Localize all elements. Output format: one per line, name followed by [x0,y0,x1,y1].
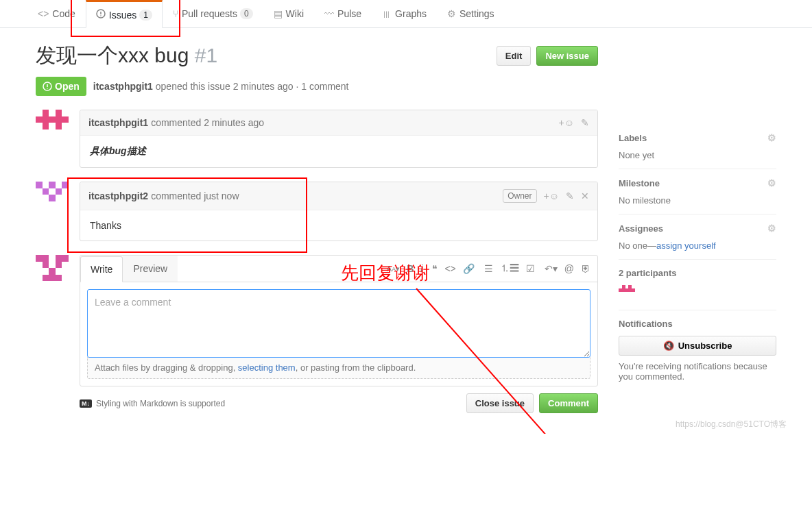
comment-button[interactable]: Comment [539,393,598,413]
nav-issues-label: Issues [109,10,136,21]
nav-settings[interactable]: ⚙ Settings [437,0,505,27]
write-tab[interactable]: Write [80,256,123,282]
link-icon[interactable]: 🔗 [463,263,475,274]
svg-point-2 [100,15,102,16]
issue-icon [96,9,106,21]
comment-header-2: itcastphpgit2 commented just now Owner +… [80,182,597,210]
comment-actions-2: Owner +☺ ✎ ✕ [503,189,589,203]
toolbar: AA▾ B i ❝ <> 🔗 ☰ ⒈☰ [387,262,590,275]
heading-icon[interactable]: AA▾ [387,264,400,273]
quote-icon[interactable]: ❝ [432,263,438,274]
code-icon[interactable]: <> [444,263,455,274]
comment-author-1[interactable]: itcastphpgit1 [88,117,148,128]
sidebar-labels: Labels ⚙ None yet [619,124,776,169]
avatar-self[interactable] [36,255,69,288]
unsubscribe-button[interactable]: 🔇 Unsubscribe [619,336,776,356]
nav-pulls[interactable]: ⑂ Pull requests 0 [163,0,263,27]
attach-bar[interactable]: Attach files by dragging & dropping, sel… [87,357,590,379]
comment-time-2: commented just now [151,190,239,201]
code-icon: <> [38,8,49,19]
issue-meta: Open itcastphpgit1 opened this issue 2 m… [36,77,598,96]
nav-graphs[interactable]: ⫼ Graphs [372,0,437,27]
issues-count: 1 [139,10,152,21]
meta-text: itcastphpgit1 opened this issue 2 minute… [93,81,349,92]
reaction-icon[interactable]: +☺ [559,117,574,128]
pulls-count: 0 [240,8,253,19]
new-issue-button[interactable]: New issue [536,46,598,66]
gear-icon[interactable]: ⚙ [767,132,776,143]
comment-text-1: 具体bug描述 [90,145,146,156]
new-comment: Write Preview AA▾ B i ❝ <> 🔗 [36,255,598,420]
tabnav: Write Preview AA▾ B i ❝ <> 🔗 [80,256,597,282]
labels-none: None yet [619,150,776,160]
book-icon: ▤ [274,8,283,19]
edit-pencil-icon[interactable]: ✎ [566,190,574,201]
bold-icon[interactable]: B [407,263,414,274]
repo-nav: <> Code Issues 1 ⑂ Pull requests 0 ▤ Wik… [0,0,812,28]
notifications-heading: Notifications [619,319,776,329]
nav-issues[interactable]: Issues 1 [86,0,163,28]
task-icon[interactable]: ☑ [526,263,535,274]
bookmark-icon[interactable]: ⛨ [581,263,590,274]
labels-heading[interactable]: Labels ⚙ [619,132,776,143]
nav-wiki[interactable]: ▤ Wiki [263,0,314,27]
attach-suffix: , or pasting from the clipboard. [296,362,416,373]
ol-icon[interactable]: ⒈☰ [500,262,519,275]
issue-open-icon [43,82,52,91]
notifications-reason: You're receiving notifications because y… [619,361,776,382]
comment-text-2: Thanks [90,220,121,231]
comment-textarea[interactable] [87,289,590,358]
assignees-none: No one—assign yourself [619,241,776,251]
watermark: https://blog.csdn@51CTO博客 [676,419,787,430]
reply-icon[interactable]: ↶▾ [545,263,558,274]
close-issue-button[interactable]: Close issue [466,393,534,413]
opener-name[interactable]: itcastphpgit1 [93,81,153,92]
state-badge: Open [36,77,86,96]
pulse-icon: 〰 [324,8,334,19]
participants-heading: 2 participants [619,268,776,278]
attach-link[interactable]: selecting them [238,362,296,373]
meta-rest: opened this issue 2 minutes ago · 1 comm… [153,81,349,92]
graph-icon: ⫼ [382,8,392,19]
markdown-icon: M↓ [80,399,92,408]
nav-graphs-label: Graphs [395,8,427,19]
comment-box-1: itcastphpgit1 commented 2 minutes ago +☺… [80,110,598,168]
participant-avatar[interactable] [619,285,635,301]
ul-icon[interactable]: ☰ [484,263,493,274]
edit-button[interactable]: Edit [497,46,532,66]
sidebar-assignees: Assignees ⚙ No one—assign yourself [619,214,776,260]
gear-icon[interactable]: ⚙ [767,223,776,234]
reaction-icon[interactable]: +☺ [544,190,559,201]
close-icon[interactable]: ✕ [581,190,589,201]
preview-tab[interactable]: Preview [123,256,178,282]
nav-settings-label: Settings [459,8,494,19]
comment-body-2: Thanks [80,210,597,241]
nav-pulse[interactable]: 〰 Pulse [314,0,372,27]
comment-box-2: itcastphpgit2 commented just now Owner +… [80,182,598,241]
milestone-heading[interactable]: Milestone ⚙ [619,177,776,188]
nav-pulse-label: Pulse [337,8,361,19]
comment-author-2[interactable]: itcastphpgit2 [88,190,148,201]
assign-yourself-link[interactable]: assign yourself [656,241,716,251]
gear-icon: ⚙ [447,8,456,19]
markdown-note[interactable]: M↓ Styling with Markdown is supported [80,399,225,408]
issue-title: 发现一个xxx bug #1 [36,42,497,70]
avatar-2[interactable] [36,182,69,214]
nav-code[interactable]: <> Code [27,0,86,27]
attach-prefix: Attach files by dragging & dropping, [95,362,238,373]
svg-point-5 [47,88,48,89]
comment-actions-1: +☺ ✎ [559,117,589,128]
pull-request-icon: ⑂ [173,8,178,19]
mute-icon: 🔇 [663,341,674,351]
edit-pencil-icon[interactable]: ✎ [581,117,589,128]
sidebar-participants: 2 participants [619,260,776,310]
mention-icon[interactable]: @ [564,263,574,274]
markdown-note-text: Styling with Markdown is supported [96,399,225,408]
avatar-1[interactable] [36,110,69,143]
italic-icon[interactable]: i [420,263,422,274]
comment-body-1: 具体bug描述 [80,136,597,167]
new-comment-wrap: Write Preview AA▾ B i ❝ <> 🔗 [80,255,598,420]
nav-code-label: Code [52,8,75,19]
assignees-heading[interactable]: Assignees ⚙ [619,223,776,234]
gear-icon[interactable]: ⚙ [767,177,776,188]
